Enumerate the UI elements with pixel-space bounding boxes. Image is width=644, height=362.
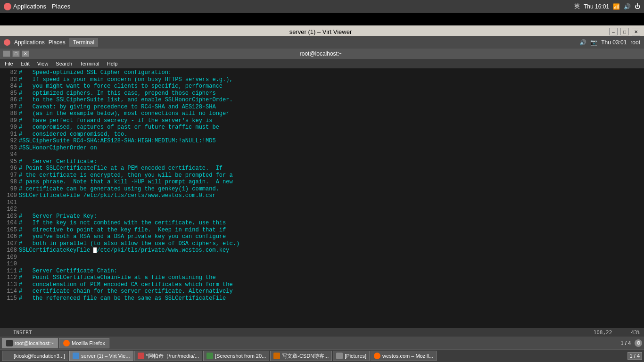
host-task-csdn[interactable]: 写文章-CSDN博客... <box>270 351 332 361</box>
guest-time: Thu 03:01 <box>601 39 627 46</box>
virt-icon <box>73 353 79 359</box>
terminal-line: 94 <box>2 151 642 158</box>
pictures-icon <box>336 353 343 359</box>
guest-task-firefox[interactable]: Mozilla Firefox <box>59 338 109 348</box>
terminal-line: 107# both in parallel (to also allow the… <box>2 240 642 247</box>
power-icon[interactable]: ⏻ <box>635 3 640 10</box>
guest-pager-icon[interactable]: ⚙ <box>635 339 642 347</box>
apache-icon <box>138 353 144 359</box>
terminal-minimize[interactable]: – <box>3 50 10 57</box>
terminal-menu-edit[interactable]: Edit <box>18 60 33 67</box>
guest-screen: Applications Places Terminal 🔊 📷 Thu 03:… <box>0 36 644 349</box>
host-pager: 1 / 4 <box>627 352 642 360</box>
host-pager-number: 1 / 4 <box>627 352 642 360</box>
terminal-line: 108SSLCertificateKeyFile /etc/pki/tls/pr… <box>2 247 642 254</box>
terminal-menu-search[interactable]: Search <box>53 60 75 67</box>
guest-volume-icon: 🔊 <box>579 39 586 46</box>
terminal-line: 89# have perfect forward secrecy - if th… <box>2 117 642 124</box>
screenshot-icon <box>206 353 213 359</box>
terminal-menu-terminal[interactable]: Terminal <box>77 60 102 67</box>
minimize-button[interactable]: – <box>609 28 618 35</box>
terminal-close[interactable]: ✕ <box>22 50 29 57</box>
terminal-line: 98# pass phrase. Note that a kill -HUP w… <box>2 179 642 186</box>
terminal-line: 114# certificate chain for the server ce… <box>2 288 642 295</box>
host-task-screenshot[interactable]: [Screenshot from 20... <box>203 351 269 361</box>
terminal-line: 90# compromised, captures of past or fut… <box>2 124 642 131</box>
terminal-line: 96# Point SSLCertificateFile at a PEM en… <box>2 165 642 172</box>
host-task-apache[interactable]: *阿帕奇（/run/media/... <box>134 351 202 361</box>
system-bar: Applications Places 英 Thu 16:01 📶 🔊 ⏻ <box>0 0 644 13</box>
terminal-line: 86# to the SSLCipherSuite list, and enab… <box>2 97 642 104</box>
guest-panel-right: 🔊 📷 Thu 03:01 root <box>579 39 640 46</box>
terminal-line: 106# you've both a RSA and a DSA private… <box>2 233 642 240</box>
guest-panel: Applications Places Terminal 🔊 📷 Thu 03:… <box>0 36 644 49</box>
virt-controls: – □ ✕ <box>609 28 640 35</box>
guest-screenshot-icon: 📷 <box>590 39 597 46</box>
terminal-line: 105# directive to point at the key file.… <box>2 227 642 234</box>
terminal-line: 87# Caveat: by giving precedence to RC4-… <box>2 104 642 111</box>
terminal-line: 84# you might want to force clients to s… <box>2 83 642 90</box>
host-taskbar: [kiosk@foundation3...] server (1) – Virt… <box>0 349 644 362</box>
terminal-line: 101 <box>2 199 642 206</box>
applications-menu[interactable]: Applications <box>13 3 46 10</box>
terminal-line: 110 <box>2 261 642 268</box>
terminal-maximize[interactable]: □ <box>12 50 20 57</box>
host-task-pictures[interactable]: [Pictures] <box>333 351 370 361</box>
host-task-westos[interactable]: westos.com – Mozill... <box>371 351 437 361</box>
terminal-line: 95# Server Certificate: <box>2 158 642 165</box>
csdn-icon <box>273 353 280 359</box>
terminal-line: 88# (as in the example below), most conn… <box>2 110 642 117</box>
guest-applications[interactable]: Applications <box>14 39 45 46</box>
system-bar-right: 英 Thu 16:01 📶 🔊 ⏻ <box>574 2 640 10</box>
clock: Thu 16:01 <box>584 3 609 10</box>
terminal-line: 111# Server Certificate Chain: <box>2 268 642 275</box>
lang-indicator[interactable]: 英 <box>574 2 580 10</box>
terminal-menu-help[interactable]: Help <box>104 60 121 67</box>
guest-terminal-label[interactable]: Terminal <box>69 38 98 47</box>
terminal-line: 99# certificate can be generated using t… <box>2 186 642 193</box>
terminal-line: 91# considered compromised, too. <box>2 131 642 138</box>
guest-pager: 1 / 4 ⚙ <box>621 339 642 347</box>
guest-distro-icon <box>4 39 10 46</box>
guest-user: root <box>630 39 640 46</box>
terminal-window: – □ ✕ root@localhost:~ File Edit View Se… <box>0 49 644 337</box>
terminal-line: 113# concatenation of PEM encoded CA cer… <box>2 281 642 288</box>
terminal-title-bar: – □ ✕ root@localhost:~ <box>0 49 644 59</box>
host-task-kiosk[interactable]: [kiosk@foundation3...] <box>2 351 68 361</box>
terminal-line: 112# Point SSLCertificateChainFile at a … <box>2 274 642 281</box>
terminal-line: 102 <box>2 206 642 213</box>
terminal-line: 82# Speed-optimized SSL Cipher configura… <box>2 69 642 76</box>
guest-task-terminal[interactable]: root@localhost:~ <box>2 338 58 348</box>
terminal-status-bar: -- INSERT -- 108,22 43% <box>0 328 644 337</box>
terminal-line: 92#SSLCipherSuite RC4-SHA:AES128-SHA:HIG… <box>2 138 642 145</box>
terminal-line: 115# the referenced file can be the same… <box>2 295 642 302</box>
terminal-line: 93#SSLHonorCipherOrder on <box>2 145 642 152</box>
terminal-line: 85# optimized ciphers. In this case, pre… <box>2 90 642 97</box>
guest-panel-left: Applications Places Terminal <box>4 38 98 47</box>
close-button[interactable]: ✕ <box>632 28 640 35</box>
terminal-menu-bar: File Edit View Search Terminal Help <box>0 59 644 68</box>
terminal-title: root@localhost:~ <box>29 50 613 57</box>
terminal-line: 109 <box>2 254 642 261</box>
guest-places[interactable]: Places <box>49 39 66 46</box>
volume-icon: 🔊 <box>624 3 631 10</box>
terminal-line: 104# If the key is not combined with the… <box>2 220 642 227</box>
terminal-menu-file[interactable]: File <box>2 60 16 67</box>
wifi-icon: 📶 <box>613 3 620 10</box>
distro-icon <box>4 3 11 10</box>
terminal-line: 83# If speed is your main concern (on bu… <box>2 76 642 83</box>
terminal-content[interactable]: 82# Speed-optimized SSL Cipher configura… <box>0 68 644 328</box>
kiosk-icon <box>5 353 12 359</box>
terminal-line: 97# the certificate is encrypted, then y… <box>2 172 642 179</box>
virt-title: server (1) – Virt Viewer <box>32 28 609 35</box>
maximize-button[interactable]: □ <box>620 28 629 35</box>
guest-taskbar: root@localhost:~ Mozilla Firefox 1 / 4 ⚙ <box>0 337 644 349</box>
terminal-mode: -- INSERT -- <box>4 329 41 336</box>
system-bar-left: Applications Places <box>4 3 70 10</box>
terminal-position: 108,22 43% <box>594 329 640 336</box>
host-task-virt[interactable]: server (1) – Virt Vie... <box>69 351 133 361</box>
firefox-icon <box>374 353 380 359</box>
terminal-line: 103# Server Private Key: <box>2 213 642 220</box>
terminal-menu-view[interactable]: View <box>34 60 51 67</box>
places-menu[interactable]: Places <box>52 3 70 10</box>
